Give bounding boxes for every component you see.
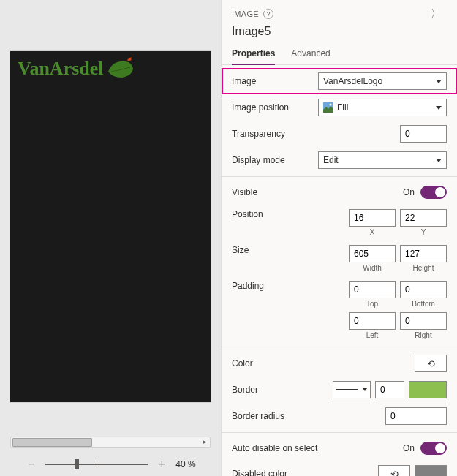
height-sublabel: Height xyxy=(413,264,434,272)
prop-image: Image VanArsdelLogo xyxy=(222,68,457,94)
position-label: Position xyxy=(232,209,312,219)
tab-advanced[interactable]: Advanced xyxy=(291,44,330,64)
prop-auto-disable: Auto disable on select On xyxy=(222,436,457,461)
prop-border-radius: Border radius xyxy=(222,403,457,429)
zoom-slider-thumb[interactable] xyxy=(75,459,79,469)
zoom-percent: 40 % xyxy=(175,459,195,469)
position-y-input[interactable] xyxy=(400,209,447,227)
transparency-label: Transparency xyxy=(232,129,312,139)
no-color-icon: ⟲ xyxy=(427,358,435,369)
color-picker[interactable]: ⟲ xyxy=(415,355,447,372)
canvas-area: VanArsdel − + 40 % xyxy=(0,0,221,476)
border-radius-label: Border radius xyxy=(232,411,312,421)
auto-disable-state: On xyxy=(403,443,415,453)
panel-header: IMAGE ? 〉 xyxy=(222,0,457,25)
padding-left-input[interactable] xyxy=(349,312,396,330)
position-x-sublabel: X xyxy=(370,228,375,236)
control-name: Image5 xyxy=(222,25,457,44)
width-input[interactable] xyxy=(349,245,396,262)
image-label: Image xyxy=(232,76,312,86)
disabled-color-fill xyxy=(415,466,446,476)
visible-state: On xyxy=(403,187,415,197)
prop-position: Position X Y xyxy=(222,205,457,241)
panel-tabs: Properties Advanced xyxy=(222,44,457,65)
size-label: Size xyxy=(232,245,312,255)
tab-properties[interactable]: Properties xyxy=(232,44,275,64)
zoom-controls: − + 40 % xyxy=(0,453,221,476)
scrollbar-thumb[interactable] xyxy=(12,438,92,447)
leaf-icon xyxy=(105,57,135,80)
prop-border: Border xyxy=(222,377,457,403)
properties-panel: IMAGE ? 〉 Image5 Properties Advanced Ima… xyxy=(221,0,457,476)
prop-padding: Padding Top Bottom Left Right xyxy=(222,276,457,344)
horizontal-scrollbar[interactable] xyxy=(10,437,211,448)
fill-icon xyxy=(323,102,333,113)
position-y-sublabel: Y xyxy=(421,228,426,236)
image-position-label: Image position xyxy=(232,102,312,113)
prop-image-position: Image position Fill xyxy=(222,94,457,121)
display-mode-dropdown[interactable]: Edit xyxy=(318,151,447,169)
border-radius-input[interactable] xyxy=(385,407,447,425)
prop-disabled-color: Disabled color ⟲ xyxy=(222,461,457,476)
logo-text: VanArsdel xyxy=(18,58,104,80)
position-x-input[interactable] xyxy=(349,209,396,227)
zoom-out-button[interactable]: − xyxy=(25,458,38,471)
prop-size: Size Width Height xyxy=(222,241,457,276)
image-dropdown[interactable]: VanArsdelLogo xyxy=(318,72,447,90)
width-sublabel: Width xyxy=(363,264,382,272)
prop-visible: Visible On xyxy=(222,180,457,205)
display-mode-label: Display mode xyxy=(232,155,312,165)
zoom-midpoint xyxy=(97,461,97,468)
prop-transparency: Transparency xyxy=(222,121,457,147)
transparency-input[interactable] xyxy=(400,125,447,143)
padding-label: Padding xyxy=(232,281,312,291)
panel-type-label: IMAGE xyxy=(232,10,259,18)
disabled-fill-picker[interactable]: ⟲ xyxy=(378,465,410,476)
border-style-dropdown[interactable] xyxy=(333,381,371,398)
color-label: Color xyxy=(232,358,312,369)
horizontal-scroll-row xyxy=(0,432,221,453)
auto-disable-label: Auto disable on select xyxy=(232,443,334,453)
border-color-picker[interactable] xyxy=(409,381,447,398)
visible-toggle[interactable] xyxy=(420,186,447,199)
visible-label: Visible xyxy=(232,187,312,197)
canvas-viewport[interactable]: VanArsdel xyxy=(0,0,221,432)
prop-color: Color ⟲ xyxy=(222,350,457,377)
vanarsdel-logo[interactable]: VanArsdel xyxy=(10,51,211,80)
padding-right-input[interactable] xyxy=(400,312,447,330)
no-color-icon: ⟲ xyxy=(390,469,399,477)
border-label: Border xyxy=(232,385,312,395)
auto-disable-toggle[interactable] xyxy=(420,442,447,455)
zoom-slider[interactable] xyxy=(45,464,148,465)
help-icon[interactable]: ? xyxy=(263,9,273,19)
prop-display-mode: Display mode Edit xyxy=(222,147,457,173)
height-input[interactable] xyxy=(400,245,447,262)
app-preview[interactable]: VanArsdel xyxy=(10,51,211,402)
zoom-in-button[interactable]: + xyxy=(155,458,168,471)
image-position-dropdown[interactable]: Fill xyxy=(318,99,447,116)
svg-point-1 xyxy=(330,104,332,106)
padding-bottom-input[interactable] xyxy=(400,281,447,298)
border-width-input[interactable] xyxy=(375,381,404,398)
disabled-color-label: Disabled color xyxy=(232,469,312,476)
padding-top-input[interactable] xyxy=(349,281,396,298)
disabled-color-picker[interactable] xyxy=(415,465,447,476)
border-color-fill xyxy=(409,382,446,398)
expand-panel-button[interactable]: 〉 xyxy=(425,7,447,20)
